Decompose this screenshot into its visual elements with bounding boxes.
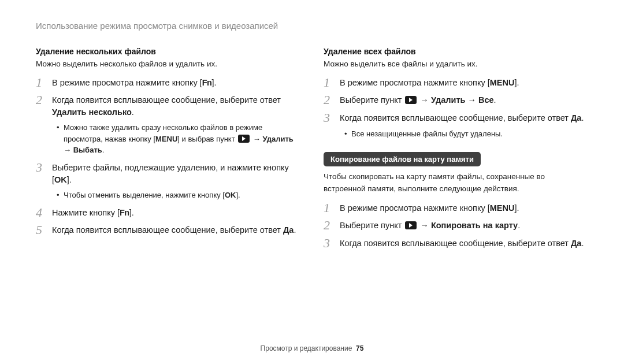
left-step-2: 2 Когда появится всплывающее сообщение, …: [36, 93, 300, 118]
section-desc: Чтобы скопировать на карту памяти файлы,…: [324, 171, 588, 195]
bold-text: Удалить несколько: [52, 107, 132, 117]
left-bullets-1: Можно также удалить сразу несколько файл…: [57, 122, 300, 156]
bullet-text: →: [64, 146, 73, 154]
left-step-5: 5 Когда появится всплывающее сообщение, …: [36, 223, 300, 237]
menu-key: MENU: [490, 78, 515, 87]
fn-key: Fn: [202, 78, 212, 87]
play-icon: [238, 135, 250, 143]
step-text: ].: [67, 175, 72, 184]
fn-key: Fn: [120, 208, 129, 217]
bold-text: Выбать: [73, 146, 102, 154]
play-icon: [405, 96, 417, 104]
step-number: 2: [324, 93, 334, 107]
bullet-text: ] и выбрав пункт: [177, 135, 237, 143]
right-column: Удаление всех файлов Можно выделить все …: [324, 47, 588, 254]
content-columns: Удаление нескольких файлов Можно выделит…: [36, 47, 588, 254]
page-footer: Просмотр и редактирование 75: [0, 344, 624, 352]
step-text: →: [465, 95, 478, 105]
step-text: ].: [211, 78, 216, 87]
step-text: ].: [514, 78, 519, 87]
left-bullets-2: Чтобы отменить выделение, нажмите кнопку…: [57, 190, 300, 201]
left-step-4: 4 Нажмите кнопку [Fn].: [36, 206, 300, 220]
step-text: Когда появится всплывающее сообщение, вы…: [52, 225, 283, 235]
copy-step-3: 3 Когда появится всплывающее сообщение, …: [324, 236, 588, 250]
bold-text: Да: [283, 225, 294, 235]
step-text: .: [581, 239, 584, 248]
step-number: 1: [36, 76, 46, 90]
step-number: 1: [324, 76, 334, 90]
bullet-text: .: [102, 146, 105, 154]
right-heading: Удаление всех файлов: [324, 47, 588, 56]
step-text: В режиме просмотра нажмите кнопку [: [340, 78, 490, 87]
ok-key: OK: [54, 175, 67, 184]
step-text: Выберите файлы, подлежащие удалению, и н…: [52, 163, 289, 184]
step-text: Когда появится всплывающее сообщение, вы…: [52, 95, 281, 105]
left-step-3: 3 Выберите файлы, подлежащие удалению, и…: [36, 161, 300, 186]
right-step-3: 3 Когда появится всплывающее сообщение, …: [324, 111, 588, 125]
step-text: .: [518, 221, 520, 230]
step-text: →: [418, 95, 431, 105]
step-number: 4: [36, 206, 46, 220]
bullet-text: ].: [236, 191, 240, 199]
step-number: 5: [36, 223, 46, 237]
right-step-1: 1 В режиме просмотра нажмите кнопку [MEN…: [324, 76, 588, 90]
step-text: Выберите пункт: [340, 221, 404, 230]
bold-text: Удалить: [431, 95, 466, 105]
bullet-text: →: [251, 135, 262, 143]
step-number: 2: [324, 218, 334, 232]
step-number: 3: [324, 236, 334, 250]
left-intro: Можно выделить несколько файлов и удалит…: [36, 58, 300, 70]
step-text: В режиме просмотра нажмите кнопку [: [340, 203, 490, 213]
left-heading: Удаление нескольких файлов: [36, 47, 300, 56]
menu-key: MENU: [155, 135, 177, 143]
play-icon: [405, 221, 417, 229]
step-number: 3: [324, 111, 334, 125]
left-step-1: 1 В режиме просмотра нажмите кнопку [Fn]…: [36, 76, 300, 90]
step-text: В режиме просмотра нажмите кнопку [: [52, 78, 202, 87]
bullet-text: Все незащищенные файлы будут удалены.: [344, 128, 588, 140]
step-text: ].: [514, 203, 519, 213]
bold-text: Копировать на карту: [431, 221, 518, 230]
section-pill: Копирование файлов на карту памяти: [324, 152, 481, 166]
step-text: →: [418, 221, 431, 230]
step-text: .: [294, 225, 296, 235]
right-intro: Можно выделить все файлы и удалить их.: [324, 58, 588, 70]
step-text: .: [494, 95, 496, 105]
step-text: .: [132, 107, 134, 117]
step-text: ].: [129, 208, 134, 217]
page-number: 75: [356, 344, 363, 352]
bold-text: Все: [478, 95, 494, 105]
ok-key: OK: [225, 191, 236, 199]
step-text: Нажмите кнопку [: [52, 208, 120, 217]
right-step-2: 2 Выберите пункт → Удалить → Все.: [324, 93, 588, 107]
footer-label: Просмотр и редактирование: [261, 344, 352, 352]
step-text: Когда появится всплывающее сообщение, вы…: [340, 113, 571, 122]
step-number: 1: [324, 201, 334, 215]
bullet-text: Чтобы отменить выделение, нажмите кнопку…: [64, 191, 225, 199]
menu-key: MENU: [490, 203, 515, 213]
copy-step-2: 2 Выберите пункт → Копировать на карту.: [324, 218, 588, 232]
step-text: Когда появится всплывающее сообщение, вы…: [340, 239, 571, 248]
bold-text: Да: [571, 113, 581, 122]
bold-text: Удалить: [262, 135, 293, 143]
step-number: 2: [36, 93, 46, 107]
step-number: 3: [36, 161, 46, 174]
bold-text: Да: [571, 239, 581, 248]
right-bullets-1: Все незащищенные файлы будут удалены.: [344, 128, 588, 140]
left-column: Удаление нескольких файлов Можно выделит…: [36, 47, 300, 254]
page-header: Использование режима просмотра снимков и…: [36, 21, 588, 31]
step-text: .: [581, 113, 584, 122]
step-text: Выберите пункт: [340, 95, 404, 105]
copy-step-1: 1 В режиме просмотра нажмите кнопку [MEN…: [324, 201, 588, 215]
